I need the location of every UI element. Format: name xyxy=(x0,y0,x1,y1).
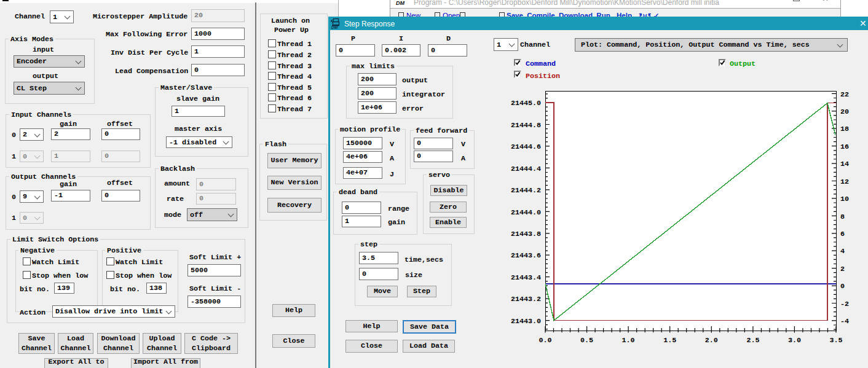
svg-text:0.5: 0.5 xyxy=(580,336,593,345)
svg-text:21443.2: 21443.2 xyxy=(511,295,541,303)
svg-text:21443.0: 21443.0 xyxy=(511,317,541,326)
svg-text:18: 18 xyxy=(840,125,849,133)
svg-text:21444.6: 21444.6 xyxy=(511,143,541,151)
svg-text:20: 20 xyxy=(840,108,849,116)
svg-text:21443.8: 21443.8 xyxy=(511,230,541,238)
svg-text:4: 4 xyxy=(840,247,845,256)
svg-text:16: 16 xyxy=(840,143,849,151)
svg-text:14: 14 xyxy=(840,160,849,168)
svg-text:3.5: 3.5 xyxy=(829,336,842,345)
svg-text:21444.0: 21444.0 xyxy=(511,208,541,217)
svg-text:22: 22 xyxy=(840,90,849,99)
svg-text:0.0: 0.0 xyxy=(539,336,551,345)
svg-text:21444.8: 21444.8 xyxy=(511,121,541,130)
svg-text:21443.4: 21443.4 xyxy=(511,273,541,282)
svg-text:21444.2: 21444.2 xyxy=(511,186,541,195)
svg-text:8: 8 xyxy=(840,213,845,221)
svg-text:2.5: 2.5 xyxy=(746,336,759,345)
svg-text:21445.0: 21445.0 xyxy=(511,99,541,108)
svg-text:1.5: 1.5 xyxy=(663,336,676,345)
svg-text:12: 12 xyxy=(840,178,849,186)
svg-text:DM: DM xyxy=(331,25,338,29)
svg-text:2: 2 xyxy=(840,265,845,273)
svg-text:6: 6 xyxy=(840,230,845,238)
svg-text:-2: -2 xyxy=(840,300,849,308)
svg-text:21444.4: 21444.4 xyxy=(511,165,541,173)
svg-text:21443.6: 21443.6 xyxy=(511,251,541,260)
svg-text:10: 10 xyxy=(840,195,849,203)
svg-text:-4: -4 xyxy=(840,317,849,326)
svg-text:2.0: 2.0 xyxy=(705,336,718,345)
svg-text:1.0: 1.0 xyxy=(622,336,635,345)
svg-text:0: 0 xyxy=(840,282,845,291)
svg-text:3.0: 3.0 xyxy=(788,336,801,345)
